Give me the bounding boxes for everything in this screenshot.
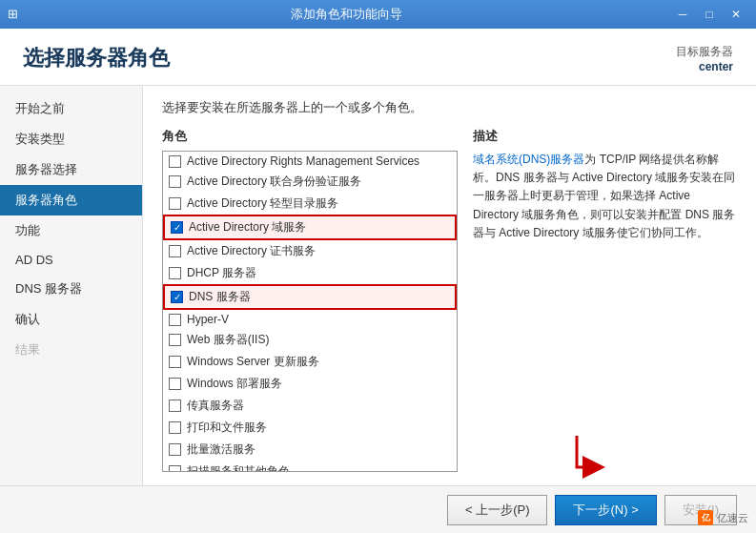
- sidebar-item-start[interactable]: 开始之前: [0, 93, 142, 124]
- checkbox-batch-activate[interactable]: [169, 443, 181, 456]
- role-dns[interactable]: ✓ DNS 服务器: [163, 284, 457, 310]
- role-fax[interactable]: 传真服务器: [163, 395, 457, 417]
- role-dhcp[interactable]: DHCP 服务器: [163, 262, 457, 284]
- role-label-windows-deploy: Windows 部署服务: [187, 376, 282, 392]
- sidebar-item-install-type[interactable]: 安装类型: [0, 124, 142, 154]
- main-content: 选择要安装在所选服务器上的一个或多个角色。 角色 Active Director…: [143, 86, 756, 485]
- checkbox-hyperv[interactable]: [169, 314, 181, 326]
- checkbox-dhcp[interactable]: [169, 267, 181, 279]
- checkbox-ad-lightweight[interactable]: [169, 197, 181, 210]
- target-server-info: 目标服务器 center: [676, 44, 733, 73]
- roles-list[interactable]: Active Directory Rights Management Servi…: [163, 152, 457, 471]
- role-label-fax: 传真服务器: [187, 398, 244, 414]
- role-label-dhcp: DHCP 服务器: [187, 265, 256, 281]
- prev-button[interactable]: < 上一步(P): [447, 495, 548, 525]
- checkbox-more[interactable]: [169, 465, 181, 471]
- role-label-ad-domain: Active Directory 域服务: [189, 219, 306, 236]
- checkbox-ad-cert[interactable]: [169, 245, 181, 257]
- role-label-windows-update: Windows Server 更新服务: [187, 354, 319, 370]
- role-label-iis: Web 服务器(IIS): [187, 332, 269, 348]
- role-label-ad-rights: Active Directory Rights Management Servi…: [187, 154, 419, 168]
- role-iis[interactable]: Web 服务器(IIS): [163, 329, 457, 351]
- bottom-bar: < 上一步(P) 下一步(N) > 安装(I) 亿 亿速云: [0, 485, 756, 533]
- role-windows-update[interactable]: Windows Server 更新服务: [163, 351, 457, 373]
- sidebar-item-features[interactable]: 功能: [0, 215, 142, 246]
- checkbox-windows-deploy[interactable]: [169, 378, 181, 390]
- roles-list-container: Active Directory Rights Management Servi…: [162, 151, 458, 472]
- role-label-ad-cert: Active Directory 证书服务: [187, 243, 316, 259]
- checkbox-fax[interactable]: [169, 400, 181, 412]
- role-batch-activate[interactable]: 批量激活服务: [163, 439, 457, 461]
- sidebar-item-result: 结果: [0, 335, 142, 365]
- role-ad-federation[interactable]: Active Directory 联合身份验证服务: [163, 171, 457, 193]
- description-label: 描述: [473, 128, 737, 145]
- close-button[interactable]: ✕: [724, 4, 748, 25]
- checkbox-ad-rights[interactable]: [169, 155, 181, 168]
- role-print[interactable]: 打印和文件服务: [163, 417, 457, 439]
- checkbox-ad-domain[interactable]: ✓: [171, 221, 183, 234]
- checkbox-windows-update[interactable]: [169, 356, 181, 368]
- title-bar: ⊞ 添加角色和功能向导 ─ □ ✕: [0, 0, 756, 29]
- sidebar: 开始之前 安装类型 服务器选择 服务器角色 功能 AD DS DNS 服务器 确…: [0, 86, 143, 485]
- role-ad-domain[interactable]: ✓ Active Directory 域服务: [163, 215, 457, 240]
- role-label-more: 扫描服务和其他角色: [187, 463, 290, 471]
- window-icon: ⊞: [8, 7, 23, 22]
- checkbox-print[interactable]: [169, 421, 181, 434]
- role-ad-lightweight[interactable]: Active Directory 轻型目录服务: [163, 193, 457, 215]
- watermark-logo: 亿: [698, 510, 713, 525]
- roles-label: 角色: [162, 128, 458, 145]
- page-title: 选择服务器角色: [23, 44, 170, 72]
- window-controls: ─ □ ✕: [670, 4, 748, 25]
- watermark-text: 亿速云: [717, 511, 748, 525]
- description-panel: 描述 域名系统(DNS)服务器为 TCP/IP 网络提供名称解析。DNS 服务器…: [473, 128, 737, 472]
- content-area: 开始之前 安装类型 服务器选择 服务器角色 功能 AD DS DNS 服务器 确…: [0, 86, 756, 485]
- role-ad-cert[interactable]: Active Directory 证书服务: [163, 240, 457, 262]
- watermark: 亿 亿速云: [698, 510, 748, 525]
- roles-panel: 角色 Active Directory Rights Management Se…: [162, 128, 458, 472]
- description-highlight: 域名系统(DNS)服务器: [473, 153, 584, 166]
- target-server-label: 目标服务器: [676, 44, 733, 60]
- description-text: 域名系统(DNS)服务器为 TCP/IP 网络提供名称解析。DNS 服务器与 A…: [473, 151, 737, 242]
- role-label-ad-lightweight: Active Directory 轻型目录服务: [187, 195, 338, 212]
- page-header: 选择服务器角色 目标服务器 center: [0, 29, 756, 86]
- sidebar-item-dns[interactable]: DNS 服务器: [0, 274, 142, 304]
- role-hyperv[interactable]: Hyper-V: [163, 310, 457, 329]
- minimize-button[interactable]: ─: [670, 4, 695, 25]
- columns: 角色 Active Directory Rights Management Se…: [162, 128, 737, 472]
- maximize-button[interactable]: □: [697, 4, 722, 25]
- role-windows-deploy[interactable]: Windows 部署服务: [163, 373, 457, 395]
- role-label-hyperv: Hyper-V: [187, 313, 229, 326]
- sidebar-item-server-roles[interactable]: 服务器角色: [0, 185, 142, 215]
- window-title: 添加角色和功能向导: [23, 6, 670, 23]
- role-more[interactable]: 扫描服务和其他角色: [163, 461, 457, 471]
- checkbox-iis[interactable]: [169, 334, 181, 346]
- window-body: 选择服务器角色 目标服务器 center 开始之前 安装类型 服务器选择 服务器…: [0, 29, 756, 533]
- checkbox-dns[interactable]: ✓: [171, 291, 183, 303]
- role-ad-rights[interactable]: Active Directory Rights Management Servi…: [163, 152, 457, 171]
- instruction-text: 选择要安装在所选服务器上的一个或多个角色。: [162, 99, 737, 116]
- sidebar-item-server-select[interactable]: 服务器选择: [0, 154, 142, 185]
- role-label-dns: DNS 服务器: [189, 289, 251, 305]
- checkbox-ad-federation[interactable]: [169, 175, 181, 188]
- sidebar-item-confirm[interactable]: 确认: [0, 304, 142, 335]
- role-label-batch-activate: 批量激活服务: [187, 441, 255, 458]
- role-label-ad-federation: Active Directory 联合身份验证服务: [187, 174, 361, 190]
- target-server-value: center: [676, 60, 733, 73]
- next-button[interactable]: 下一步(N) >: [555, 495, 656, 525]
- role-label-print: 打印和文件服务: [187, 420, 267, 436]
- sidebar-item-adds[interactable]: AD DS: [0, 246, 142, 274]
